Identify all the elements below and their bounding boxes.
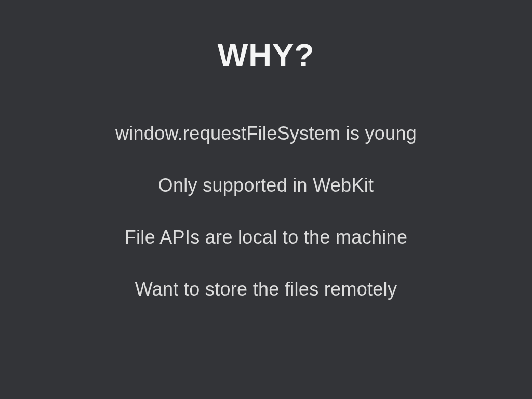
- slide-container: WHY? window.requestFileSystem is young O…: [0, 0, 532, 399]
- slide-point: window.requestFileSystem is young: [115, 123, 417, 144]
- slide-points-list: window.requestFileSystem is young Only s…: [115, 123, 417, 300]
- slide-point: File APIs are local to the machine: [125, 227, 407, 248]
- slide-point: Only supported in WebKit: [158, 175, 374, 196]
- slide-title: WHY?: [218, 36, 315, 73]
- slide-point: Want to store the files remotely: [135, 278, 397, 300]
